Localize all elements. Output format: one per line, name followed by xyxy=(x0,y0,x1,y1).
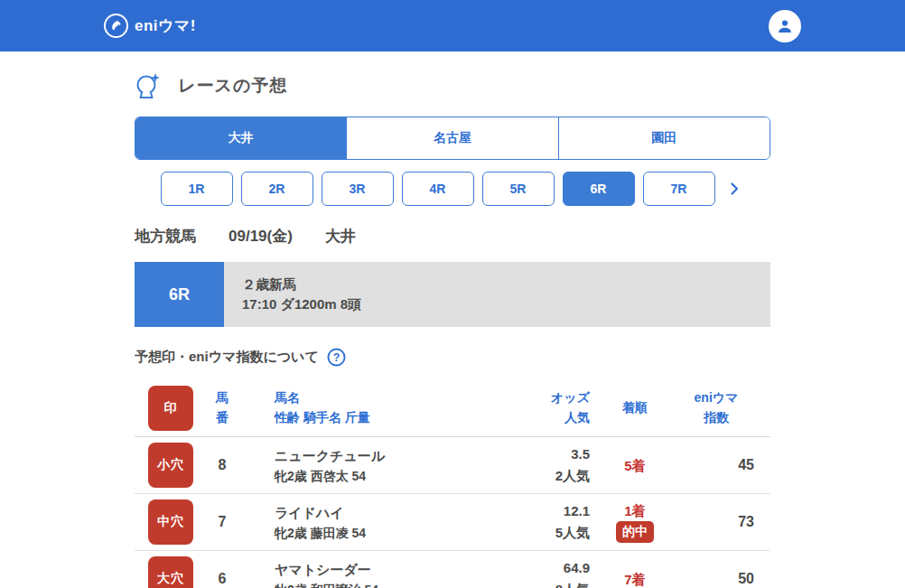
horse-info: ヤマトシーダー 牝2歳 和田譲治 54 xyxy=(249,559,489,588)
race-name: ２歳新馬 xyxy=(242,276,770,294)
horse-name: ヤマトシーダー xyxy=(275,559,489,581)
horse-detail: 牝2歳 西啓太 54 xyxy=(275,467,489,486)
crystal-ball-icon xyxy=(135,71,162,100)
header-eniuma-index: eniウマ 指数 xyxy=(680,388,754,427)
popularity: 5人気 xyxy=(489,522,590,544)
meta-category: 地方競馬 xyxy=(135,226,196,247)
header-horse-number: 馬 番 xyxy=(195,388,249,427)
finish-position: 7着 xyxy=(590,570,680,588)
question-mark-icon: ? xyxy=(327,348,346,367)
race-tab-7r[interactable]: 7R xyxy=(643,172,715,206)
horse-name: ニュークチュール xyxy=(275,445,489,467)
mark-header-badge: 印 xyxy=(148,386,193,431)
race-conditions: 17:10 ダ1200m 8頭 xyxy=(242,296,770,313)
hit-badge: 的中 xyxy=(616,521,654,543)
venue-tab-sonoda[interactable]: 園田 xyxy=(558,117,770,159)
odds-value: 12.1 xyxy=(489,500,590,522)
finish-position: 1着 xyxy=(590,501,680,520)
result-cell: 7着 xyxy=(590,570,680,588)
race-tab-4r[interactable]: 4R xyxy=(402,172,474,206)
race-tab-5r[interactable]: 5R xyxy=(482,172,555,206)
mark-badge: 小穴 xyxy=(148,443,193,488)
horse-icon xyxy=(104,14,128,38)
finish-position: 5着 xyxy=(590,456,680,475)
result-cell: 1着 的中 xyxy=(590,501,680,543)
about-row: 予想印・eniウマ指数について ? xyxy=(135,348,770,367)
race-info-banner: 6R ２歳新馬 17:10 ダ1200m 8頭 xyxy=(135,262,770,327)
meta-venue: 大井 xyxy=(325,226,356,247)
horse-number: 8 xyxy=(195,457,249,473)
mark-badge: 中穴 xyxy=(148,499,193,545)
horse-name: ライドハイ xyxy=(275,502,489,524)
app-logo-text: eniウマ! xyxy=(135,15,196,36)
horse-number: 6 xyxy=(195,571,249,587)
person-icon xyxy=(775,16,795,36)
table-header-row: 印 馬 番 馬名 性齢 騎手名 斤量 オッズ 人気 着順 eniウマ 指数 xyxy=(135,379,770,437)
result-cell: 5着 xyxy=(590,456,680,475)
main-content: レースの予想 大井 名古屋 園田 1R 2R 3R 4R 5R 6R 7R 地方… xyxy=(135,68,770,588)
venue-tab-bar: 大井 名古屋 園田 xyxy=(135,117,770,160)
table-row[interactable]: 大穴 6 ヤマトシーダー 牝2歳 和田譲治 54 64.9 8人気 7着 50 xyxy=(135,551,770,588)
horse-number: 7 xyxy=(195,514,249,530)
horse-detail: 牝2歳 藤田凌 54 xyxy=(275,524,489,543)
svg-text:?: ? xyxy=(333,351,341,364)
table-row[interactable]: 中穴 7 ライドハイ 牝2歳 藤田凌 54 12.1 5人気 1着 的中 73 xyxy=(135,494,770,551)
venue-tab-ooi[interactable]: 大井 xyxy=(135,117,346,159)
race-tabs-next-button[interactable] xyxy=(723,182,745,196)
odds-cell: 12.1 5人気 xyxy=(489,500,590,544)
eniuma-index: 45 xyxy=(680,457,754,473)
race-details: ２歳新馬 17:10 ダ1200m 8頭 xyxy=(224,262,770,327)
meta-date: 09/19(金) xyxy=(229,226,293,247)
odds-value: 64.9 xyxy=(489,557,590,579)
page-title: レースの予想 xyxy=(178,74,287,98)
race-tab-2r[interactable]: 2R xyxy=(241,172,313,206)
race-number-badge: 6R xyxy=(135,262,224,327)
navbar-inner: eniウマ! xyxy=(104,10,801,42)
race-meta-line: 地方競馬 09/19(金) 大井 xyxy=(135,226,770,247)
race-number-bar: 1R 2R 3R 4R 5R 6R 7R xyxy=(135,172,770,206)
odds-value: 3.5 xyxy=(489,443,590,465)
odds-cell: 64.9 8人気 xyxy=(489,557,590,588)
race-tab-1r[interactable]: 1R xyxy=(161,172,233,206)
horse-info: ニュークチュール 牝2歳 西啓太 54 xyxy=(249,445,489,486)
header-horse-name: 馬名 性齢 騎手名 斤量 xyxy=(249,388,489,427)
top-navbar: eniウマ! xyxy=(0,0,905,51)
header-mark: 印 xyxy=(148,386,195,431)
odds-cell: 3.5 2人気 xyxy=(489,443,590,487)
race-tab-3r[interactable]: 3R xyxy=(322,172,394,206)
header-odds: オッズ 人気 xyxy=(489,388,590,427)
prediction-table: 印 馬 番 馬名 性齢 騎手名 斤量 オッズ 人気 着順 eniウマ 指数 小穴 xyxy=(135,379,770,588)
header-result: 着順 xyxy=(590,398,680,418)
eniuma-index: 50 xyxy=(680,571,754,587)
eniuma-index: 73 xyxy=(680,514,754,530)
account-avatar-button[interactable] xyxy=(769,10,801,42)
horse-info: ライドハイ 牝2歳 藤田凌 54 xyxy=(249,502,489,543)
horse-detail: 牝2歳 和田譲治 54 xyxy=(275,581,489,588)
venue-tab-nagoya[interactable]: 名古屋 xyxy=(346,117,557,159)
section-title-row: レースの予想 xyxy=(135,68,770,104)
mark-badge: 大穴 xyxy=(148,556,193,588)
table-row[interactable]: 小穴 8 ニュークチュール 牝2歳 西啓太 54 3.5 2人気 5着 45 xyxy=(135,437,770,494)
help-button[interactable]: ? xyxy=(327,348,346,367)
chevron-right-icon xyxy=(727,182,742,196)
about-label: 予想印・eniウマ指数について xyxy=(135,349,319,366)
app-logo[interactable]: eniウマ! xyxy=(104,14,196,38)
race-tab-6r[interactable]: 6R xyxy=(563,172,635,206)
popularity: 8人気 xyxy=(489,579,590,588)
popularity: 2人気 xyxy=(489,465,590,487)
